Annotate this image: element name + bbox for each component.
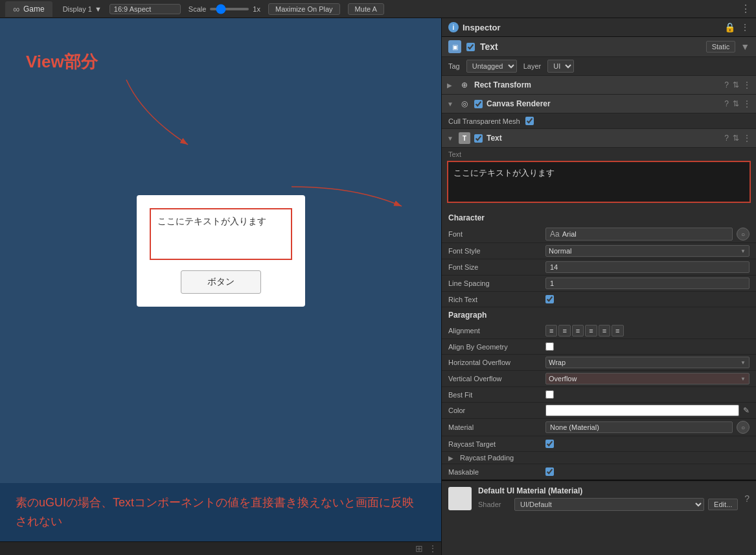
text-component-icon: T	[459, 132, 470, 144]
main-content: View部分 ここにテキストが入ります ボタン 素のuGUIの場合、Textコン…	[0, 18, 756, 555]
cull-checkbox[interactable]	[525, 117, 534, 125]
game-bottom-bar: ⊞ ⋮	[0, 541, 441, 555]
text-settings-icon[interactable]: ⇅	[733, 134, 739, 143]
raycast-target-checkbox[interactable]	[545, 440, 554, 448]
rect-transform-buttons: ? ⇅ ⋮	[724, 80, 751, 89]
maskable-checkbox[interactable]	[545, 467, 554, 476]
horizontal-overflow-select[interactable]: Wrap Overflow	[545, 357, 750, 368]
topbar-menu-icon[interactable]: ⋮	[740, 3, 751, 15]
rich-text-checkbox[interactable]	[545, 295, 554, 303]
aspect-dropdown[interactable]: 16:9 Aspect	[109, 4, 181, 14]
align-center-button[interactable]: ≡	[558, 325, 570, 337]
character-section-header: Character	[442, 210, 756, 226]
raycast-target-row: Raycast Target	[442, 436, 756, 452]
cull-transparent-mesh-row: Cull Transparent Mesh	[448, 117, 750, 125]
game-bottom-icon2[interactable]: ⋮	[428, 543, 437, 554]
inspector-title: Inspector	[463, 23, 501, 32]
raycast-padding-row[interactable]: ▶ Raycast Padding	[442, 452, 756, 464]
font-row: Font Aa Arial ○	[442, 226, 756, 243]
text-input-area[interactable]	[447, 161, 751, 203]
static-dropdown-arrow[interactable]: ▼	[740, 41, 750, 52]
canvas-renderer-body: Cull Transparent Mesh	[442, 113, 756, 129]
text-component-checkbox[interactable]	[474, 134, 483, 143]
scale-slider[interactable]	[210, 8, 249, 10]
material-input[interactable]	[545, 421, 733, 433]
line-spacing-input[interactable]	[545, 278, 750, 289]
align-bottom-button[interactable]: ≡	[612, 325, 623, 337]
rect-transform-label: Rect Transform	[474, 80, 720, 89]
tag-select[interactable]: Untagged	[466, 60, 517, 73]
align-by-geometry-checkbox[interactable]	[545, 342, 554, 351]
canvas-renderer-help-icon[interactable]: ?	[724, 99, 729, 108]
color-value: ✎	[545, 405, 750, 416]
vertical-overflow-label: Vertical Overflow	[448, 375, 545, 383]
edit-button[interactable]: Edit...	[708, 499, 738, 510]
vertical-overflow-select[interactable]: Overflow Truncate	[545, 373, 750, 384]
game-button[interactable]: ボタン	[181, 270, 261, 294]
material-row: Material ○	[442, 419, 756, 436]
font-style-row: Font Style Normal Bold Italic Bold And I…	[442, 243, 756, 259]
paragraph-section-header: Paragraph	[442, 307, 756, 323]
rect-transform-expand-arrow: ▶	[447, 82, 455, 89]
material-label: Material	[448, 423, 545, 431]
tab-game[interactable]: ∞ Game	[5, 1, 52, 17]
font-style-select-wrapper: Normal Bold Italic Bold And Italic	[545, 245, 750, 257]
align-right-button[interactable]: ≡	[572, 325, 584, 337]
best-fit-checkbox[interactable]	[545, 390, 554, 399]
font-style-select[interactable]: Normal Bold Italic Bold And Italic	[545, 245, 750, 257]
top-bar: ∞ Game Display 1 ▼ 16:9 Aspect Scale 1x …	[0, 0, 756, 18]
static-button[interactable]: Static	[706, 41, 736, 53]
font-size-input[interactable]	[545, 261, 750, 273]
align-top-button[interactable]: ≡	[599, 325, 610, 337]
font-value: Aa Arial ○	[545, 228, 750, 241]
object-row: ▣ Text Static ▼	[442, 37, 756, 57]
view-annotation-label: View部分	[26, 51, 98, 73]
canvas-renderer-menu-icon[interactable]: ⋮	[743, 99, 751, 108]
font-style-label: Font Style	[448, 247, 545, 255]
shader-row: Shader UI/Default Edit...	[478, 498, 738, 511]
rect-transform-component[interactable]: ▶ ⊕ Rect Transform ? ⇅ ⋮	[442, 76, 756, 95]
material-pick-button[interactable]: ○	[737, 421, 750, 434]
rect-transform-settings-icon[interactable]: ⇅	[733, 80, 739, 89]
canvas-renderer-checkbox[interactable]	[474, 100, 483, 108]
inspector-lock-icon[interactable]: 🔒	[724, 22, 735, 32]
canvas-renderer-expand-arrow: ▼	[447, 100, 455, 108]
text-component: ▼ T Text ? ⇅ ⋮ Text Character Font	[442, 129, 756, 480]
align-justify-button[interactable]: ≡	[585, 325, 597, 337]
object-active-checkbox[interactable]	[466, 43, 475, 51]
display-select[interactable]: Display 1 ▼	[63, 5, 102, 13]
infinity-icon: ∞	[13, 4, 19, 14]
game-canvas: View部分 ここにテキストが入ります ボタン	[0, 18, 441, 483]
font-pick-button[interactable]: ○	[737, 228, 750, 241]
canvas-renderer-settings-icon[interactable]: ⇅	[733, 99, 739, 108]
maskable-row: Maskable	[442, 464, 756, 480]
color-pick-button[interactable]: ✎	[743, 406, 750, 415]
rect-transform-help-icon[interactable]: ?	[724, 80, 729, 89]
mute-button[interactable]: Mute A	[348, 3, 384, 15]
best-fit-row: Best Fit	[442, 387, 756, 403]
canvas-renderer-component[interactable]: ▼ ◎ Canvas Renderer ? ⇅ ⋮	[442, 95, 756, 113]
inspector-header: i Inspector 🔒 ⋮	[442, 18, 756, 37]
bottom-annotation-text: 素のuGUIの場合、Textコンポーネントの値を直接書き換えないと画面に反映され…	[16, 496, 414, 528]
text-component-header[interactable]: ▼ T Text ? ⇅ ⋮	[442, 129, 756, 148]
font-size-value	[545, 261, 750, 273]
game-bottom-icon1[interactable]: ⊞	[415, 543, 423, 554]
text-component-buttons: ? ⇅ ⋮	[724, 134, 751, 143]
text-help-icon[interactable]: ?	[724, 134, 729, 143]
rect-transform-menu-icon[interactable]: ⋮	[743, 80, 751, 89]
rich-text-label: Rich Text	[448, 296, 545, 303]
shader-select[interactable]: UI/Default	[514, 498, 704, 511]
object-name[interactable]: Text	[480, 41, 701, 52]
color-row: Color ✎	[442, 403, 756, 419]
horizontal-overflow-select-wrapper: Wrap Overflow	[545, 357, 750, 368]
maximize-on-play-button[interactable]: Maximize On Play	[268, 3, 340, 15]
text-menu-icon[interactable]: ⋮	[743, 134, 751, 143]
text-input-label: Text	[448, 150, 461, 158]
inspector-panel: i Inspector 🔒 ⋮ ▣ Text Static ▼ Tag Unta…	[441, 18, 756, 555]
inspector-menu-icon[interactable]: ⋮	[740, 22, 750, 32]
layer-select[interactable]: UI	[547, 60, 574, 73]
material-help-icon[interactable]: ?	[744, 493, 750, 504]
aspect-select[interactable]: 16:9 Aspect	[109, 4, 181, 14]
align-left-button[interactable]: ≡	[545, 325, 557, 337]
color-swatch[interactable]	[545, 405, 739, 416]
